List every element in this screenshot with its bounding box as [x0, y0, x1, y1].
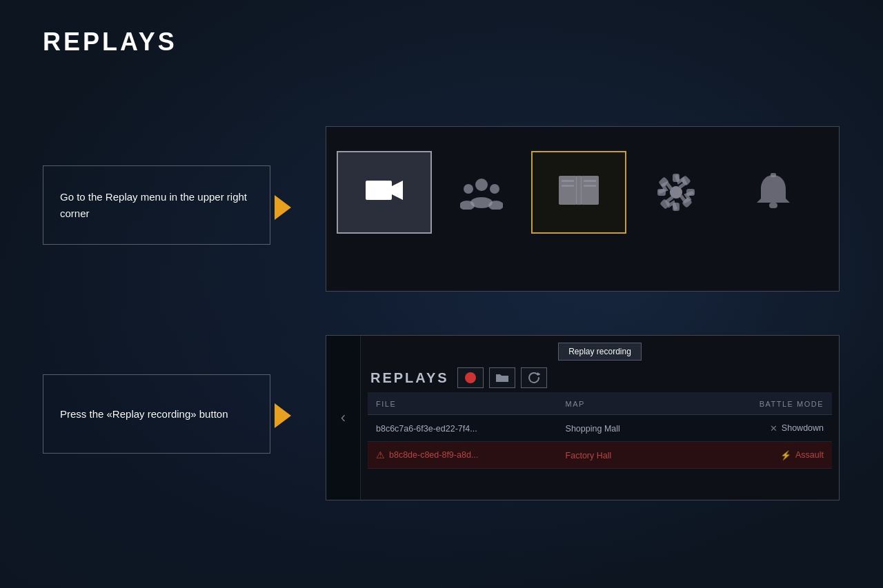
mode-cell: Showdown — [782, 423, 824, 433]
mode-icon-lightning: ⚡ — [780, 450, 791, 460]
file-cell: b8c6c7a6-6f3e-ed22-7f4... — [376, 424, 477, 434]
nav-icon-codex[interactable] — [531, 151, 626, 234]
table-row[interactable]: ⚠ b8c8de-c8ed-8f9-a8d... Factory Hall ⚡ … — [368, 442, 832, 469]
step1-instruction-text: Go to the Replay menu in the upper right… — [60, 189, 253, 222]
social-icon — [460, 175, 503, 210]
svg-rect-10 — [576, 176, 582, 205]
svg-rect-12 — [562, 185, 574, 187]
svg-point-4 — [490, 184, 499, 194]
mode-icon-x: ✕ — [770, 423, 777, 434]
refresh-button[interactable] — [521, 367, 547, 388]
folder-button[interactable] — [489, 367, 515, 388]
panel1-screenshot — [326, 126, 840, 292]
nav-icon-replay[interactable] — [337, 151, 432, 234]
tooltip-text: Replay recording — [568, 347, 631, 356]
step1-instruction-box: Go to the Replay menu in the upper right… — [43, 165, 270, 245]
nav-icon-notifications[interactable] — [726, 151, 821, 234]
svg-rect-26 — [771, 173, 776, 177]
record-button[interactable] — [457, 367, 484, 388]
folder-icon — [495, 372, 509, 383]
gear-icon — [656, 172, 696, 212]
step2-instruction-text: Press the «Replay recording» button — [60, 406, 228, 423]
map-cell: Shopping Mall — [566, 424, 620, 434]
svg-rect-18 — [673, 203, 679, 211]
book-icon — [557, 173, 600, 212]
warning-icon: ⚠ — [376, 449, 385, 460]
svg-rect-0 — [366, 181, 392, 200]
table-header-row: FILE MAP BATTLE MODE — [368, 392, 832, 415]
svg-rect-19 — [657, 189, 666, 196]
svg-rect-20 — [686, 189, 695, 196]
side-nav-panel: ‹ — [326, 336, 361, 500]
col-map-header: MAP — [566, 400, 585, 408]
panel2-screenshot: ‹ Replay recording REPLAYS — [326, 335, 840, 500]
replays-table: FILE MAP BATTLE MODE b8c6c7a6-6f3e-ed22-… — [368, 392, 832, 469]
page-title: REPLAYS — [43, 28, 177, 57]
svg-point-2 — [475, 179, 488, 191]
svg-rect-13 — [584, 180, 596, 182]
record-dot-icon — [465, 372, 476, 383]
bell-icon — [755, 172, 791, 212]
col-mode-header: BATTLE MODE — [760, 400, 824, 408]
chevron-left-icon: ‹ — [341, 409, 346, 427]
svg-marker-27 — [537, 372, 540, 376]
replay-recording-tooltip: Replay recording — [361, 343, 839, 361]
video-camera-icon — [364, 175, 404, 210]
col-file-header: FILE — [376, 400, 396, 408]
svg-point-16 — [670, 186, 682, 199]
replays-section-title: REPLAYS — [370, 370, 449, 386]
table-row[interactable]: b8c6c7a6-6f3e-ed22-7f4... Shopping Mall … — [368, 415, 832, 442]
step2-instruction-box: Press the «Replay recording» button — [43, 374, 270, 454]
svg-rect-11 — [562, 180, 574, 182]
nav-icon-settings[interactable] — [628, 151, 724, 234]
svg-marker-1 — [392, 181, 403, 200]
svg-point-3 — [464, 184, 473, 194]
svg-rect-14 — [584, 185, 596, 187]
step1-arrow — [275, 195, 291, 220]
mode-cell-2: Assault — [795, 450, 824, 460]
refresh-icon — [528, 372, 540, 384]
nav-icon-social[interactable] — [434, 151, 529, 234]
file-cell-2: b8c8de-c8ed-8f9-a8d... — [389, 450, 478, 460]
svg-rect-17 — [673, 174, 679, 182]
step2-arrow — [275, 403, 291, 428]
svg-rect-25 — [769, 203, 777, 208]
map-cell-2: Factory Hall — [566, 451, 612, 460]
